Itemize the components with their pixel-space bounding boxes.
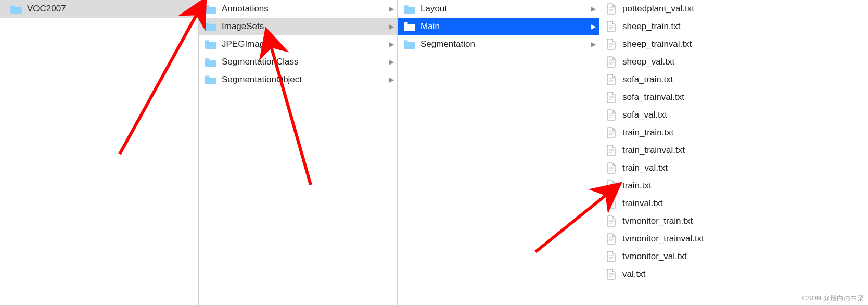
row-label: VOC2007 <box>23 4 190 14</box>
file-row[interactable]: sheep_trainval.txt <box>599 35 868 53</box>
folder-row[interactable]: SegmentationObject▶ <box>199 71 397 88</box>
row-label: JPEGImages <box>218 39 389 49</box>
row-label: train.txt <box>618 181 865 191</box>
chevron-right-icon: ▶ <box>389 23 394 30</box>
folder-row[interactable]: Main▶ <box>398 18 599 35</box>
file-row[interactable]: sheep_train.txt <box>599 18 868 35</box>
folder-icon <box>403 4 416 14</box>
finder-column-3: pottedplant_val.txt sheep_train.txt shee… <box>599 0 868 305</box>
row-label: Main <box>416 21 591 32</box>
folder-icon <box>9 4 23 14</box>
file-icon <box>605 163 618 173</box>
file-icon <box>605 234 618 244</box>
file-row[interactable]: pottedplant_val.txt <box>599 0 868 18</box>
folder-icon <box>204 21 218 32</box>
file-row[interactable]: tvmonitor_train.txt <box>599 212 868 230</box>
folder-icon <box>204 57 218 67</box>
row-label: train_train.txt <box>618 128 865 138</box>
file-icon <box>605 4 618 14</box>
folder-icon <box>204 4 218 14</box>
file-row[interactable]: train_val.txt <box>599 159 868 177</box>
folder-row[interactable]: VOC2007▶ <box>0 0 198 18</box>
chevron-right-icon: ▶ <box>389 41 394 48</box>
file-row[interactable]: trainval.txt <box>599 195 868 212</box>
folder-icon <box>204 74 218 85</box>
chevron-right-icon: ▶ <box>591 41 596 48</box>
row-label: tvmonitor_train.txt <box>618 216 865 226</box>
row-label: tvmonitor_val.txt <box>618 251 865 262</box>
file-row[interactable]: train_trainval.txt <box>599 142 868 159</box>
chevron-right-icon: ▶ <box>389 76 394 83</box>
folder-row[interactable]: Layout▶ <box>398 0 599 18</box>
row-label: tvmonitor_trainval.txt <box>618 234 865 244</box>
file-row[interactable]: sofa_val.txt <box>599 106 868 124</box>
row-label: val.txt <box>618 269 865 279</box>
row-label: Segmentation <box>416 39 591 49</box>
row-label: train_trainval.txt <box>618 145 865 156</box>
row-label: train_val.txt <box>618 163 865 173</box>
file-row[interactable]: sofa_train.txt <box>599 71 868 88</box>
row-label: Annotations <box>218 4 389 14</box>
folder-icon <box>403 39 416 49</box>
file-row[interactable]: sofa_trainval.txt <box>599 88 868 106</box>
finder-column-2: Layout▶ Main▶ Segmentation▶ <box>398 0 599 305</box>
row-label: pottedplant_val.txt <box>618 4 865 14</box>
file-icon <box>605 110 618 120</box>
folder-row[interactable]: ImageSets▶ <box>199 18 397 35</box>
chevron-right-icon: ▶ <box>389 58 394 66</box>
folder-icon <box>403 21 416 32</box>
file-icon <box>605 21 618 32</box>
folder-row[interactable]: Annotations▶ <box>199 0 397 18</box>
row-label: SegmentationObject <box>218 74 389 85</box>
row-label: sheep_val.txt <box>618 57 865 67</box>
file-row[interactable]: val.txt <box>599 265 868 283</box>
file-row[interactable]: tvmonitor_trainval.txt <box>599 230 868 248</box>
row-label: sofa_val.txt <box>618 110 865 120</box>
row-label: SegmentationClass <box>218 57 389 67</box>
row-label: sheep_trainval.txt <box>618 39 865 49</box>
folder-row[interactable]: JPEGImages▶ <box>199 35 397 53</box>
chevron-right-icon: ▶ <box>389 5 394 12</box>
file-icon <box>605 269 618 279</box>
row-label: sofa_trainval.txt <box>618 92 865 103</box>
row-label: sheep_train.txt <box>618 21 865 32</box>
file-row[interactable]: train.txt <box>599 177 868 195</box>
folder-row[interactable]: Segmentation▶ <box>398 35 599 53</box>
finder-column-0: VOC2007▶ <box>0 0 199 305</box>
file-icon <box>605 198 618 209</box>
file-icon <box>605 92 618 103</box>
file-row[interactable]: tvmonitor_val.txt <box>599 248 868 265</box>
file-icon <box>605 74 618 85</box>
file-icon <box>605 216 618 226</box>
chevron-right-icon: ▶ <box>190 5 195 12</box>
chevron-right-icon: ▶ <box>591 23 596 30</box>
row-label: trainval.txt <box>618 198 865 209</box>
folder-icon <box>204 39 218 49</box>
file-row[interactable]: train_train.txt <box>599 124 868 142</box>
file-icon <box>605 57 618 67</box>
file-icon <box>605 181 618 191</box>
file-icon <box>605 251 618 262</box>
file-icon <box>605 39 618 49</box>
row-label: sofa_train.txt <box>618 74 865 85</box>
row-label: ImageSets <box>218 21 389 32</box>
row-label: Layout <box>416 4 591 14</box>
chevron-right-icon: ▶ <box>591 5 596 12</box>
finder-column-1: Annotations▶ ImageSets▶ JPEGImages▶ Segm… <box>199 0 398 305</box>
folder-row[interactable]: SegmentationClass▶ <box>199 53 397 71</box>
file-row[interactable]: sheep_val.txt <box>599 53 868 71</box>
file-icon <box>605 128 618 138</box>
file-icon <box>605 145 618 156</box>
